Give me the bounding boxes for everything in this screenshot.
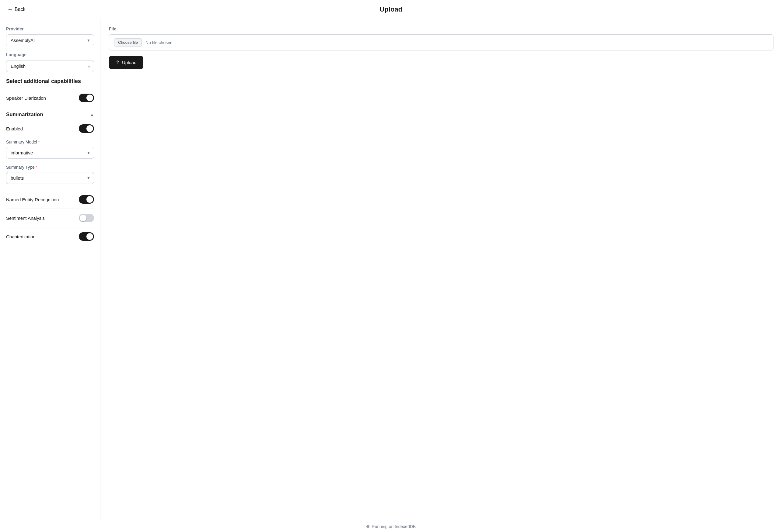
divider-2 bbox=[6, 190, 94, 190]
sentiment-toggle[interactable] bbox=[79, 214, 94, 222]
sidebar: Provider AssemblyAI OpenAI Deepgram ▼ La… bbox=[0, 19, 100, 521]
provider-select-wrapper: AssemblyAI OpenAI Deepgram ▼ bbox=[6, 34, 94, 46]
language-select-wrapper: English Spanish French German △ bbox=[6, 60, 94, 72]
capabilities-heading: Select additional capabilities bbox=[6, 78, 94, 84]
provider-label: Provider bbox=[6, 27, 94, 31]
ner-track bbox=[79, 195, 94, 204]
sentiment-label: Sentiment Analysis bbox=[6, 216, 45, 221]
speaker-diarization-track bbox=[79, 93, 94, 102]
chapterization-row: Chapterization bbox=[6, 229, 94, 244]
file-label: File bbox=[109, 27, 774, 31]
chapterization-label: Chapterization bbox=[6, 234, 36, 239]
summarization-chevron-icon: ▲ bbox=[90, 112, 94, 117]
summary-model-required: * bbox=[38, 140, 40, 144]
back-label: Back bbox=[14, 7, 26, 12]
summary-model-label: Summary Model * bbox=[6, 140, 94, 144]
sentiment-row: Sentiment Analysis bbox=[6, 210, 94, 226]
language-select[interactable]: English Spanish French German bbox=[6, 60, 94, 72]
back-arrow-icon: ← bbox=[7, 6, 13, 13]
right-panel: File Choose file No file chosen ⇧ Upload bbox=[100, 19, 782, 521]
divider-3 bbox=[6, 208, 94, 209]
upload-button[interactable]: ⇧ Upload bbox=[109, 56, 143, 69]
enabled-track bbox=[79, 124, 94, 133]
choose-file-button[interactable]: Choose file bbox=[114, 38, 142, 46]
ner-row: Named Entity Recognition bbox=[6, 192, 94, 207]
speaker-diarization-toggle[interactable] bbox=[79, 93, 94, 102]
upload-button-label: Upload bbox=[122, 60, 137, 65]
chapterization-track bbox=[79, 232, 94, 241]
status-dot-icon bbox=[366, 525, 369, 528]
summary-type-label: Summary Type * bbox=[6, 165, 94, 169]
header: ← Back Upload bbox=[0, 0, 782, 19]
language-label: Language bbox=[6, 52, 94, 57]
back-button[interactable]: ← Back bbox=[7, 6, 26, 13]
summarization-body: Enabled Summary Model * informative bbox=[6, 121, 94, 184]
file-input-wrapper: Choose file No file chosen bbox=[109, 34, 774, 50]
speaker-diarization-row: Speaker Diarization bbox=[6, 90, 94, 106]
no-file-text: No file chosen bbox=[145, 40, 173, 45]
provider-select[interactable]: AssemblyAI OpenAI Deepgram bbox=[6, 34, 94, 46]
summary-type-select[interactable]: bullets paragraph headline bbox=[6, 172, 94, 184]
enabled-row: Enabled bbox=[6, 121, 94, 137]
summary-model-select[interactable]: informative conversational catchy bbox=[6, 147, 94, 159]
summary-type-select-wrapper: bullets paragraph headline ▼ bbox=[6, 172, 94, 184]
summary-type-required: * bbox=[36, 165, 37, 169]
summarization-title: Summarization bbox=[6, 112, 43, 118]
ner-toggle[interactable] bbox=[79, 195, 94, 204]
page-title: Upload bbox=[380, 5, 402, 13]
divider-4 bbox=[6, 227, 94, 227]
sentiment-track bbox=[79, 214, 94, 222]
speaker-diarization-label: Speaker Diarization bbox=[6, 96, 46, 101]
status-text: Running on IndexedDB bbox=[372, 524, 416, 529]
upload-icon: ⇧ bbox=[116, 60, 119, 65]
summary-model-select-wrapper: informative conversational catchy ▼ bbox=[6, 147, 94, 159]
ner-label: Named Entity Recognition bbox=[6, 197, 59, 202]
main-content: Provider AssemblyAI OpenAI Deepgram ▼ La… bbox=[0, 19, 782, 521]
enabled-toggle[interactable] bbox=[79, 124, 94, 133]
divider-1 bbox=[6, 107, 94, 107]
chapterization-toggle[interactable] bbox=[79, 232, 94, 241]
summarization-header[interactable]: Summarization ▲ bbox=[6, 109, 94, 121]
footer: Running on IndexedDB bbox=[0, 521, 782, 532]
enabled-label: Enabled bbox=[6, 126, 23, 131]
